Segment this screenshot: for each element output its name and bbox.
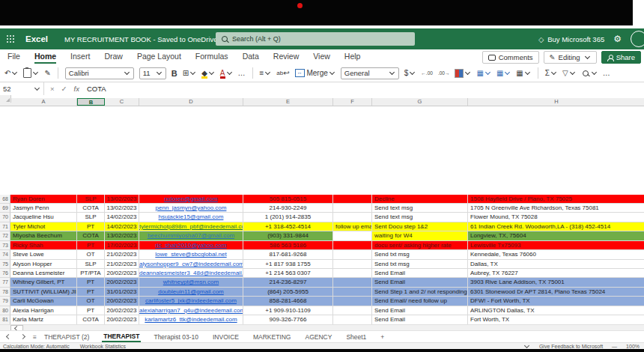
cell-f78[interactable] [333, 288, 372, 297]
more-font-options-button[interactable]: … [238, 69, 246, 77]
cell-f74[interactable] [333, 250, 372, 259]
cell-d78[interactable]: doubleuin11@gmail.com [139, 288, 243, 297]
cell-g68[interactable]: Decline [372, 195, 468, 204]
column-header-g[interactable]: G [372, 98, 468, 106]
column-header-h[interactable]: H [468, 98, 644, 106]
cell-f81[interactable] [333, 315, 372, 324]
sheet-tab-therapist[interactable]: THERAPIST [102, 332, 141, 342]
cell-d72[interactable]: beechummiyosha07@gmail.com [139, 231, 243, 240]
cell-c68[interactable]: 13/02/2023 [105, 195, 139, 204]
cell-f71[interactable]: follow up email se [333, 222, 372, 231]
font-size-select[interactable]: 11 [139, 67, 166, 79]
cell-h71[interactable]: 61 Indian Creek Rd. Woodworth,LA - (318)… [468, 222, 644, 231]
cell-d74[interactable]: lowe_steve@sbcglobal.net [139, 250, 243, 259]
cell-h75[interactable]: Dallas, TX [468, 260, 644, 269]
settings-gear-icon[interactable]: ⚙ [613, 34, 622, 44]
cell-a78[interactable]: SUTTIVIT (WILLIAM) JIRAI [10, 288, 77, 297]
cell-g80[interactable]: Send Email [372, 306, 468, 315]
cell-e75[interactable]: +1 817 938 1755 [243, 260, 333, 269]
cell-f68[interactable] [333, 195, 372, 204]
zoom-level[interactable]: 100% [626, 344, 640, 349]
name-box[interactable]: 52 [0, 85, 43, 93]
cell-e81[interactable]: 909-326-7766 [243, 315, 333, 324]
cell-f79[interactable] [333, 297, 372, 306]
cell-g81[interactable]: Send Email [372, 315, 468, 324]
calculation-mode[interactable]: Calculation Mode: Automatic [3, 344, 70, 349]
cell-c77[interactable]: 20/02/2023 [105, 278, 139, 287]
sort-filter-button[interactable]: ▽ [562, 69, 576, 77]
cell-f75[interactable] [333, 260, 372, 269]
next-sheet-icon[interactable] [20, 333, 25, 339]
cell-f77[interactable] [333, 278, 372, 287]
font-name-select[interactable]: Calibri [65, 67, 134, 79]
cell-e71[interactable]: +1 318-452-4514 [243, 222, 333, 231]
cell-e69[interactable]: 214-930-2249 [243, 204, 333, 213]
menu-draw[interactable]: Draw [104, 50, 123, 64]
cell-a70[interactable]: Jacqueline Hsu [10, 213, 77, 222]
cell-b81[interactable]: COTA [77, 315, 105, 324]
menu-file[interactable]: File [7, 50, 20, 64]
sheet-tab-therapist-03-10[interactable]: Therapist 03-10 [152, 333, 200, 342]
cell-b70[interactable]: SLP [77, 213, 105, 222]
bold-button[interactable]: B [171, 69, 177, 78]
cell-c76[interactable]: 20/02/2023 [105, 269, 139, 278]
sheet-tab-sheet1[interactable]: Sheet1 [344, 333, 368, 342]
cell-e72[interactable]: (903) 331-9844 [243, 231, 333, 240]
cell-d73[interactable]: ric_shah2010@yahoo.com [139, 241, 243, 250]
autosum-button[interactable]: Σ [545, 69, 557, 77]
cell-d70[interactable]: hsujackie15@gmail.com [139, 213, 243, 222]
prev-sheet-icon[interactable] [6, 333, 11, 339]
cell-g77[interactable]: Send Email [372, 278, 468, 287]
cell-c78[interactable]: 31/01/2023 [105, 288, 139, 297]
cell-styles-button[interactable]: ▦ [496, 69, 511, 77]
menu-page-layout[interactable]: Page Layout [137, 50, 181, 64]
sheet-tab-marketing[interactable]: MARKETING [252, 333, 293, 342]
menu-insert[interactable]: Insert [70, 50, 90, 64]
status-chevron-icon[interactable] [524, 343, 529, 348]
cell-e79[interactable]: 858-281-4668 [243, 297, 333, 306]
cell-b79[interactable]: OT [77, 297, 105, 306]
cell-g69[interactable]: Send text msg [372, 204, 468, 213]
cell-b76[interactable]: PT/PTA [77, 269, 105, 278]
cell-a68[interactable]: Ryan Doren [10, 195, 77, 204]
cell-e78[interactable]: (864) 205-5955 [243, 288, 333, 297]
column-header-a[interactable]: A [10, 98, 77, 106]
sheet-tab-therapist-2-[interactable]: THERAPIST (2) [43, 333, 91, 342]
cell-d68[interactable]: rxdoren@gmail.com [139, 195, 243, 204]
cell-h80[interactable]: ARLINGTON Dallas, TX [468, 306, 644, 315]
share-button[interactable]: Share [601, 51, 641, 64]
menu-help[interactable]: Help [344, 50, 361, 64]
paste-button[interactable] [23, 68, 39, 78]
enter-icon[interactable]: ✓ [61, 85, 67, 93]
cell-a76[interactable]: Deanna Lesmeister [10, 269, 77, 278]
cell-b74[interactable]: OT [77, 250, 105, 259]
fill-color-button[interactable]: ◆ [201, 70, 215, 76]
decrease-decimal-button[interactable]: .00→ [438, 70, 450, 76]
increase-decimal-button[interactable]: ←.00 [421, 70, 433, 76]
document-title[interactable]: MY RECRUITMENT BOOK - Saved to OneDrive [64, 35, 227, 43]
comments-button[interactable]: Comments [482, 51, 539, 64]
sheet-tab--[interactable]: + [379, 333, 386, 342]
cell-d69[interactable]: penn_jasmyn@yahoo.com [139, 204, 243, 213]
cell-a72[interactable]: Miyosha Beechum [10, 231, 77, 240]
cell-f69[interactable] [333, 204, 372, 213]
cell-f70[interactable] [333, 213, 372, 222]
row-number[interactable]: 70 [0, 213, 10, 222]
cell-h77[interactable]: 3903 Rive Lane Addison, TX 75001 [468, 278, 644, 287]
column-header-c[interactable]: C [105, 98, 139, 106]
row-number[interactable]: 75 [0, 260, 10, 269]
cell-g76[interactable]: Send Email [372, 269, 468, 278]
cell-c71[interactable]: 14/02/2023 [105, 222, 139, 231]
cell-a74[interactable]: Steve Lowe [10, 250, 77, 259]
wrap-text-button[interactable]: ab↩ [276, 69, 289, 77]
row-number[interactable]: 79 [0, 297, 10, 306]
cell-g72[interactable]: waiting for W4 [372, 231, 468, 240]
cell-d75[interactable]: alysonhopper9_cw7@indeedemail.com [139, 260, 243, 269]
row-number[interactable]: 69 [0, 204, 10, 213]
row-number[interactable]: 81 [0, 315, 10, 324]
column-header-d[interactable]: D [139, 98, 243, 106]
cell-c73[interactable]: 17/02/2023 [105, 241, 139, 250]
align-button[interactable]: ≡ [260, 69, 272, 77]
number-format-select[interactable]: General [341, 67, 399, 79]
cell-a80[interactable]: Alexia Harrigan [10, 306, 77, 315]
